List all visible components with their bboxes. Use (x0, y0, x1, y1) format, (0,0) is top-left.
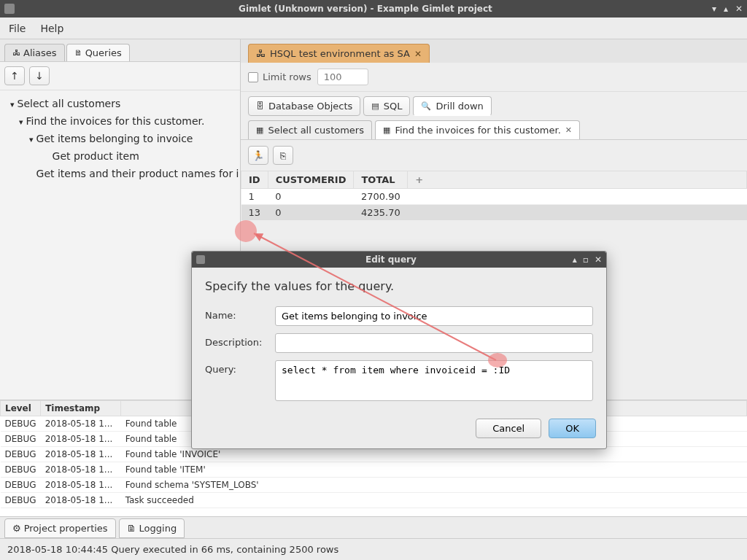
db-icon: 🖧 (12, 48, 20, 58)
cell-total: 4235.70 (354, 205, 408, 221)
dialog-icon (196, 255, 205, 264)
grid-icon: ▦ (256, 125, 263, 135)
tab-project-properties[interactable]: ⚙ Project properties (4, 518, 116, 538)
tab-logging[interactable]: 🗎 Logging (119, 518, 185, 538)
grid-out-icon: ⎘ (280, 150, 286, 161)
mode-db-objects-label: Database Objects (268, 101, 352, 112)
mode-drilldown-label: Drill down (436, 101, 483, 112)
ok-button[interactable]: OK (549, 419, 596, 438)
input-query[interactable] (275, 360, 593, 401)
table-row[interactable]: 1 0 2700.90 (241, 189, 747, 205)
menu-file[interactable]: File (9, 23, 26, 34)
status-text: 2018-05-18 10:44:45 Query executed in 66… (7, 544, 338, 555)
col-customerid[interactable]: CUSTOMERID (268, 171, 354, 189)
result-tab-close-icon[interactable]: ✕ (565, 125, 572, 135)
result-tab-customers-label: Select all customers (268, 125, 364, 136)
window-maximize-icon[interactable]: ▴ (724, 4, 728, 14)
log-row[interactable]: DEBUG2018-05-18 1... Found table 'ITEM' (1, 462, 747, 478)
log-row[interactable]: DEBUG2018-05-18 1... Found schema 'SYSTE… (1, 478, 747, 493)
export-button[interactable]: ⎘ (273, 146, 293, 165)
input-description[interactable] (275, 333, 593, 353)
move-down-button[interactable]: ↓ (29, 66, 50, 85)
add-column-button[interactable]: + (408, 171, 747, 189)
db-icon: 🗄 (256, 101, 264, 111)
window-title: Gimlet (Unknown version) - Example Gimle… (19, 4, 712, 14)
tree-node-find-invoices[interactable]: Find the invoices for this customer. (0, 112, 240, 130)
result-table[interactable]: ID CUSTOMERID TOTAL + 1 0 2700.90 13 0 4… (241, 171, 747, 221)
dialog-min-icon[interactable]: ▴ (573, 254, 577, 265)
tree-node-get-product[interactable]: Get product item (0, 147, 240, 165)
tab-queries-label: Queries (85, 47, 122, 58)
log-icon: 🗎 (127, 523, 136, 534)
connection-icon: 🖧 (256, 48, 266, 59)
log-col-timestamp[interactable]: Timestamp (41, 401, 121, 416)
window-titlebar: Gimlet (Unknown version) - Example Gimle… (0, 0, 747, 18)
dialog-close-icon[interactable]: ✕ (595, 254, 602, 265)
connection-tab-label: HSQL test environment as SA (270, 48, 410, 59)
tab-aliases-label: Aliases (23, 47, 57, 58)
connection-tab[interactable]: 🖧 HSQL test environment as SA ✕ (248, 44, 430, 63)
tree-node-get-items-names[interactable]: Get items and their product names for i (0, 165, 240, 182)
grid-icon: ▦ (383, 125, 390, 135)
mode-sql[interactable]: ▤ SQL (363, 96, 410, 116)
cell-customerid: 0 (268, 205, 354, 221)
status-bar: 2018-05-18 10:44:45 Query executed in 66… (0, 538, 747, 560)
sql-icon: ▤ (371, 101, 379, 111)
bottom-tabs: ⚙ Project properties 🗎 Logging (0, 516, 747, 538)
result-tab-customers[interactable]: ▦ Select all customers (248, 120, 372, 139)
mode-drilldown[interactable]: 🔍 Drill down (413, 96, 491, 116)
dialog-heading: Specify the values for the query. (205, 279, 593, 293)
window-close-icon[interactable]: ✕ (735, 4, 743, 14)
cell-blank (408, 189, 747, 205)
gear-icon: ⚙ (12, 523, 21, 534)
log-row[interactable]: DEBUG2018-05-18 1...Task succeeded (1, 493, 747, 508)
tab-aliases[interactable]: 🖧 Aliases (4, 44, 65, 61)
tab-queries[interactable]: 🗎 Queries (66, 44, 130, 61)
query-tree[interactable]: Select all customers Find the invoices f… (0, 90, 240, 187)
app-icon (4, 4, 15, 14)
input-name[interactable] (275, 306, 593, 326)
checkbox-icon (248, 72, 258, 82)
limit-rows-checkbox[interactable]: Limit rows (248, 71, 311, 82)
dialog-title: Edit query (209, 254, 573, 265)
tab-logging-label: Logging (139, 523, 177, 534)
mode-sql-label: SQL (384, 101, 403, 112)
dialog-max-icon[interactable]: ▫ (583, 254, 589, 265)
tree-node-root[interactable]: Select all customers (0, 95, 240, 112)
cancel-button[interactable]: Cancel (476, 419, 541, 438)
drilldown-icon: 🔍 (421, 101, 431, 111)
edit-query-dialog: Edit query ▴ ▫ ✕ Specify the values for … (191, 251, 607, 449)
label-query: Query: (205, 360, 275, 375)
cell-id: 1 (241, 189, 268, 205)
tree-node-get-items[interactable]: Get items belonging to invoice (0, 130, 240, 147)
run-button[interactable]: 🏃 (248, 146, 268, 165)
cell-blank (408, 205, 747, 221)
tab-project-label: Project properties (24, 523, 108, 534)
label-description: Description: (205, 333, 275, 348)
cell-total: 2700.90 (354, 189, 408, 205)
col-total[interactable]: TOTAL (354, 171, 408, 189)
result-tab-invoices-label: Find the invoices for this customer. (395, 125, 560, 136)
query-icon: 🗎 (74, 48, 82, 58)
log-col-level[interactable]: Level (1, 401, 41, 416)
menu-help[interactable]: Help (40, 23, 63, 34)
result-tab-invoices[interactable]: ▦ Find the invoices for this customer. ✕ (375, 120, 580, 139)
mode-db-objects[interactable]: 🗄 Database Objects (248, 96, 360, 116)
cell-customerid: 0 (268, 189, 354, 205)
col-id[interactable]: ID (241, 171, 268, 189)
table-row[interactable]: 13 0 4235.70 (241, 205, 747, 221)
menubar: File Help (0, 18, 747, 39)
limit-rows-input[interactable] (317, 69, 368, 85)
window-minimize-icon[interactable]: ▾ (712, 4, 716, 14)
cell-id: 13 (241, 205, 268, 221)
runner-icon: 🏃 (252, 150, 264, 161)
move-up-button[interactable]: ↑ (4, 66, 25, 85)
label-name: Name: (205, 306, 275, 321)
limit-rows-label: Limit rows (263, 71, 311, 82)
connection-tab-close-icon[interactable]: ✕ (414, 49, 422, 59)
